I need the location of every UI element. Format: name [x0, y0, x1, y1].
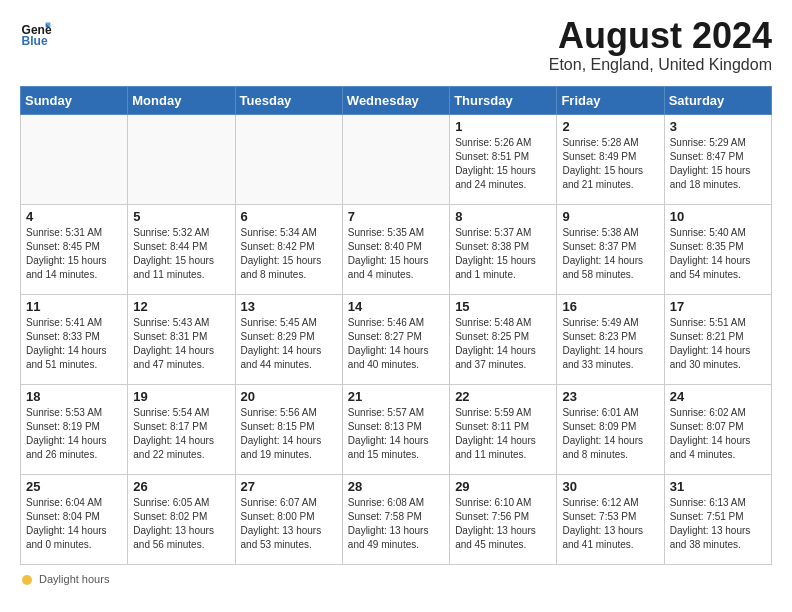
- calendar-cell: 15Sunrise: 5:48 AM Sunset: 8:25 PM Dayli…: [450, 294, 557, 384]
- calendar-col-tuesday: Tuesday: [235, 86, 342, 114]
- day-info: Sunrise: 5:29 AM Sunset: 8:47 PM Dayligh…: [670, 136, 766, 192]
- svg-text:Blue: Blue: [22, 34, 48, 48]
- day-info: Sunrise: 6:07 AM Sunset: 8:00 PM Dayligh…: [241, 496, 337, 552]
- calendar-cell: 29Sunrise: 6:10 AM Sunset: 7:56 PM Dayli…: [450, 474, 557, 564]
- calendar-cell: 31Sunrise: 6:13 AM Sunset: 7:51 PM Dayli…: [664, 474, 771, 564]
- day-info: Sunrise: 5:38 AM Sunset: 8:37 PM Dayligh…: [562, 226, 658, 282]
- daylight-dot: [22, 575, 32, 585]
- calendar-cell: 17Sunrise: 5:51 AM Sunset: 8:21 PM Dayli…: [664, 294, 771, 384]
- day-number: 2: [562, 119, 658, 134]
- day-info: Sunrise: 5:34 AM Sunset: 8:42 PM Dayligh…: [241, 226, 337, 282]
- day-info: Sunrise: 5:59 AM Sunset: 8:11 PM Dayligh…: [455, 406, 551, 462]
- location: Eton, England, United Kingdom: [549, 56, 772, 74]
- day-number: 23: [562, 389, 658, 404]
- day-info: Sunrise: 5:28 AM Sunset: 8:49 PM Dayligh…: [562, 136, 658, 192]
- calendar-cell: [128, 114, 235, 204]
- day-info: Sunrise: 5:40 AM Sunset: 8:35 PM Dayligh…: [670, 226, 766, 282]
- day-number: 29: [455, 479, 551, 494]
- calendar-week-4: 18Sunrise: 5:53 AM Sunset: 8:19 PM Dayli…: [21, 384, 772, 474]
- calendar-cell: 27Sunrise: 6:07 AM Sunset: 8:00 PM Dayli…: [235, 474, 342, 564]
- calendar-cell: 28Sunrise: 6:08 AM Sunset: 7:58 PM Dayli…: [342, 474, 449, 564]
- day-info: Sunrise: 5:54 AM Sunset: 8:17 PM Dayligh…: [133, 406, 229, 462]
- day-number: 21: [348, 389, 444, 404]
- calendar-cell: 2Sunrise: 5:28 AM Sunset: 8:49 PM Daylig…: [557, 114, 664, 204]
- day-info: Sunrise: 5:56 AM Sunset: 8:15 PM Dayligh…: [241, 406, 337, 462]
- day-number: 18: [26, 389, 122, 404]
- day-number: 19: [133, 389, 229, 404]
- month-year: August 2024: [549, 16, 772, 56]
- day-number: 17: [670, 299, 766, 314]
- daylight-label: Daylight hours: [39, 573, 109, 585]
- day-number: 14: [348, 299, 444, 314]
- day-number: 12: [133, 299, 229, 314]
- calendar-col-sunday: Sunday: [21, 86, 128, 114]
- day-number: 31: [670, 479, 766, 494]
- calendar-cell: 19Sunrise: 5:54 AM Sunset: 8:17 PM Dayli…: [128, 384, 235, 474]
- calendar-cell: 26Sunrise: 6:05 AM Sunset: 8:02 PM Dayli…: [128, 474, 235, 564]
- day-number: 26: [133, 479, 229, 494]
- day-number: 5: [133, 209, 229, 224]
- calendar-table: SundayMondayTuesdayWednesdayThursdayFrid…: [20, 86, 772, 565]
- calendar-cell: 22Sunrise: 5:59 AM Sunset: 8:11 PM Dayli…: [450, 384, 557, 474]
- day-number: 6: [241, 209, 337, 224]
- day-number: 30: [562, 479, 658, 494]
- day-info: Sunrise: 5:31 AM Sunset: 8:45 PM Dayligh…: [26, 226, 122, 282]
- calendar-cell: 8Sunrise: 5:37 AM Sunset: 8:38 PM Daylig…: [450, 204, 557, 294]
- calendar-header-row: SundayMondayTuesdayWednesdayThursdayFrid…: [21, 86, 772, 114]
- day-number: 3: [670, 119, 766, 134]
- calendar-cell: 5Sunrise: 5:32 AM Sunset: 8:44 PM Daylig…: [128, 204, 235, 294]
- page: General Blue August 2024 Eton, England, …: [0, 0, 792, 597]
- day-number: 20: [241, 389, 337, 404]
- calendar-cell: 23Sunrise: 6:01 AM Sunset: 8:09 PM Dayli…: [557, 384, 664, 474]
- calendar-cell: [342, 114, 449, 204]
- day-number: 4: [26, 209, 122, 224]
- calendar-cell: 13Sunrise: 5:45 AM Sunset: 8:29 PM Dayli…: [235, 294, 342, 384]
- calendar-cell: 3Sunrise: 5:29 AM Sunset: 8:47 PM Daylig…: [664, 114, 771, 204]
- day-info: Sunrise: 5:46 AM Sunset: 8:27 PM Dayligh…: [348, 316, 444, 372]
- day-info: Sunrise: 5:51 AM Sunset: 8:21 PM Dayligh…: [670, 316, 766, 372]
- day-number: 13: [241, 299, 337, 314]
- day-info: Sunrise: 5:49 AM Sunset: 8:23 PM Dayligh…: [562, 316, 658, 372]
- calendar-cell: 9Sunrise: 5:38 AM Sunset: 8:37 PM Daylig…: [557, 204, 664, 294]
- calendar-week-1: 1Sunrise: 5:26 AM Sunset: 8:51 PM Daylig…: [21, 114, 772, 204]
- day-info: Sunrise: 6:13 AM Sunset: 7:51 PM Dayligh…: [670, 496, 766, 552]
- calendar-cell: 1Sunrise: 5:26 AM Sunset: 8:51 PM Daylig…: [450, 114, 557, 204]
- header: General Blue August 2024 Eton, England, …: [20, 16, 772, 74]
- day-info: Sunrise: 5:45 AM Sunset: 8:29 PM Dayligh…: [241, 316, 337, 372]
- day-info: Sunrise: 5:48 AM Sunset: 8:25 PM Dayligh…: [455, 316, 551, 372]
- day-info: Sunrise: 5:41 AM Sunset: 8:33 PM Dayligh…: [26, 316, 122, 372]
- day-number: 25: [26, 479, 122, 494]
- day-info: Sunrise: 5:26 AM Sunset: 8:51 PM Dayligh…: [455, 136, 551, 192]
- day-info: Sunrise: 6:01 AM Sunset: 8:09 PM Dayligh…: [562, 406, 658, 462]
- day-info: Sunrise: 6:05 AM Sunset: 8:02 PM Dayligh…: [133, 496, 229, 552]
- logo-icon: General Blue: [20, 16, 52, 48]
- calendar-col-monday: Monday: [128, 86, 235, 114]
- calendar-cell: 18Sunrise: 5:53 AM Sunset: 8:19 PM Dayli…: [21, 384, 128, 474]
- calendar-cell: 30Sunrise: 6:12 AM Sunset: 7:53 PM Dayli…: [557, 474, 664, 564]
- calendar-cell: 11Sunrise: 5:41 AM Sunset: 8:33 PM Dayli…: [21, 294, 128, 384]
- calendar-cell: 21Sunrise: 5:57 AM Sunset: 8:13 PM Dayli…: [342, 384, 449, 474]
- daylight-legend: Daylight hours: [22, 573, 125, 585]
- day-info: Sunrise: 5:43 AM Sunset: 8:31 PM Dayligh…: [133, 316, 229, 372]
- calendar-cell: 16Sunrise: 5:49 AM Sunset: 8:23 PM Dayli…: [557, 294, 664, 384]
- calendar-cell: [235, 114, 342, 204]
- day-number: 8: [455, 209, 551, 224]
- day-info: Sunrise: 6:04 AM Sunset: 8:04 PM Dayligh…: [26, 496, 122, 552]
- day-number: 22: [455, 389, 551, 404]
- calendar-cell: 25Sunrise: 6:04 AM Sunset: 8:04 PM Dayli…: [21, 474, 128, 564]
- calendar-col-saturday: Saturday: [664, 86, 771, 114]
- day-info: Sunrise: 6:10 AM Sunset: 7:56 PM Dayligh…: [455, 496, 551, 552]
- day-info: Sunrise: 6:02 AM Sunset: 8:07 PM Dayligh…: [670, 406, 766, 462]
- calendar-col-wednesday: Wednesday: [342, 86, 449, 114]
- day-number: 16: [562, 299, 658, 314]
- calendar-col-thursday: Thursday: [450, 86, 557, 114]
- calendar-cell: 20Sunrise: 5:56 AM Sunset: 8:15 PM Dayli…: [235, 384, 342, 474]
- calendar-cell: 10Sunrise: 5:40 AM Sunset: 8:35 PM Dayli…: [664, 204, 771, 294]
- day-number: 9: [562, 209, 658, 224]
- calendar-cell: 7Sunrise: 5:35 AM Sunset: 8:40 PM Daylig…: [342, 204, 449, 294]
- calendar-cell: 24Sunrise: 6:02 AM Sunset: 8:07 PM Dayli…: [664, 384, 771, 474]
- day-number: 10: [670, 209, 766, 224]
- day-info: Sunrise: 6:08 AM Sunset: 7:58 PM Dayligh…: [348, 496, 444, 552]
- calendar-cell: [21, 114, 128, 204]
- calendar-cell: 14Sunrise: 5:46 AM Sunset: 8:27 PM Dayli…: [342, 294, 449, 384]
